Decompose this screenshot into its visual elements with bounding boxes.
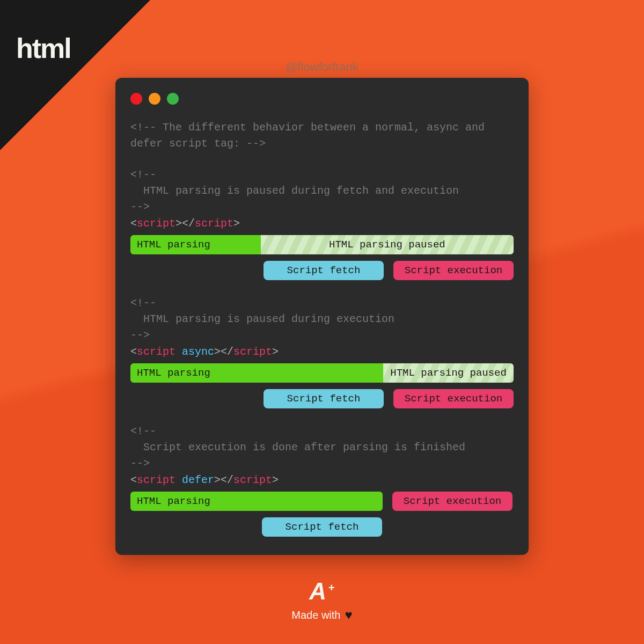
script-execution-pill: Script execution (393, 261, 514, 280)
section-normal: <!-- HTML parsing is paused during fetch… (130, 167, 514, 280)
section-defer: <!-- Script execution is done after pars… (130, 423, 514, 537)
html-parsing-bar: HTML parsing (130, 235, 261, 254)
maximize-icon (167, 93, 179, 105)
script-fetch-pill: Script fetch (264, 261, 384, 280)
section-comment: <!-- HTML parsing is paused during fetch… (130, 167, 514, 215)
logo-icon: A+ (291, 580, 352, 603)
script-execution-pill: Script execution (393, 389, 514, 408)
pill-row: Script fetch Script execution (130, 261, 514, 280)
parsing-bar: HTML parsing HTML parsing paused (130, 363, 514, 383)
code-window: <!-- The different behavior between a no… (115, 78, 529, 555)
script-fetch-pill: Script fetch (264, 389, 384, 408)
section-async: <!-- HTML parsing is paused during execu… (130, 295, 514, 408)
code-line: <script defer></script> (130, 474, 514, 486)
html-parsing-bar: HTML parsing (130, 492, 383, 511)
html-parsing-paused-bar: HTML parsing paused (261, 235, 514, 254)
corner-label: html (16, 32, 71, 64)
section-comment: <!-- Script execution is done after pars… (130, 423, 514, 472)
parsing-bar: HTML parsing HTML parsing paused (130, 235, 514, 254)
traffic-lights (130, 93, 514, 105)
pill-row: Script fetch Script execution (130, 389, 514, 408)
html-parsing-paused-bar: HTML parsing paused (383, 363, 514, 383)
minimize-icon (149, 93, 160, 105)
script-execution-pill: Script execution (392, 492, 513, 511)
pill-row: Script fetch (130, 517, 514, 537)
made-with-label: Made with ♥ (291, 608, 352, 623)
parsing-bar: HTML parsing Script execution (130, 492, 514, 511)
heart-icon: ♥ (345, 608, 352, 623)
close-icon (130, 93, 142, 105)
code-line: <script async></script> (130, 346, 514, 358)
intro-comment: <!-- The different behavior between a no… (130, 120, 514, 152)
author-handle: @flowforfrank (286, 60, 358, 74)
code-line: <script></script> (130, 217, 514, 230)
section-comment: <!-- HTML parsing is paused during execu… (130, 295, 514, 343)
html-parsing-bar: HTML parsing (130, 363, 383, 383)
footer: A+ Made with ♥ (291, 580, 352, 623)
script-fetch-pill: Script fetch (262, 517, 382, 537)
